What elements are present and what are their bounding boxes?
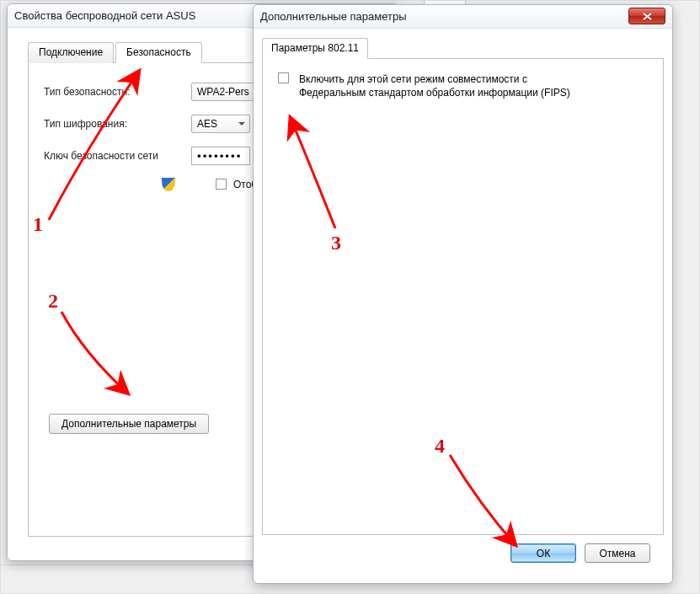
annotation-number-2: 2 bbox=[48, 290, 58, 313]
advanced-settings-button[interactable]: Дополнительные параметры bbox=[49, 414, 209, 434]
tab-connection[interactable]: Подключение bbox=[28, 42, 114, 63]
tab-80211[interactable]: Параметры 802.11 bbox=[262, 38, 368, 59]
shield-icon bbox=[162, 178, 175, 191]
close-button[interactable] bbox=[628, 8, 665, 24]
cancel-button[interactable]: Отмена bbox=[585, 543, 650, 563]
close-icon bbox=[643, 13, 652, 20]
network-key-label: Ключ безопасности сети bbox=[44, 150, 191, 162]
dialog-buttons: ОК Отмена bbox=[262, 535, 664, 575]
security-type-label: Тип безопасности: bbox=[44, 86, 191, 98]
fips-label-line2: Федеральным стандартом обработки информа… bbox=[299, 86, 570, 99]
annotation-number-3: 3 bbox=[331, 232, 341, 254]
window-title: Свойства беспроводной сети ASUS bbox=[14, 9, 195, 22]
tab-strip: Параметры 802.11 bbox=[262, 37, 664, 59]
show-characters-checkbox[interactable] bbox=[216, 179, 227, 190]
network-key-input[interactable] bbox=[191, 147, 250, 165]
encryption-type-value: AES bbox=[197, 118, 217, 130]
titlebar[interactable]: Дополнительные параметры bbox=[254, 5, 672, 29]
security-type-value: WPA2-Pers bbox=[197, 86, 249, 98]
advanced-settings-window: Дополнительные параметры Параметры 802.1… bbox=[253, 4, 673, 584]
annotation-number-1: 1 bbox=[33, 213, 43, 236]
annotation-number-4: 4 bbox=[435, 435, 445, 458]
tab-security[interactable]: Безопасность bbox=[115, 42, 202, 63]
fips-checkbox[interactable] bbox=[278, 72, 289, 83]
encryption-type-label: Тип шифрования: bbox=[44, 118, 191, 130]
fips-label-line1: Включить для этой сети режим совместимос… bbox=[299, 72, 570, 86]
tab-body-80211: Включить для этой сети режим совместимос… bbox=[262, 59, 664, 535]
encryption-type-combo[interactable]: AES bbox=[191, 115, 250, 133]
ok-button[interactable]: ОК bbox=[510, 543, 576, 563]
window-title: Дополнительные параметры bbox=[260, 10, 407, 23]
